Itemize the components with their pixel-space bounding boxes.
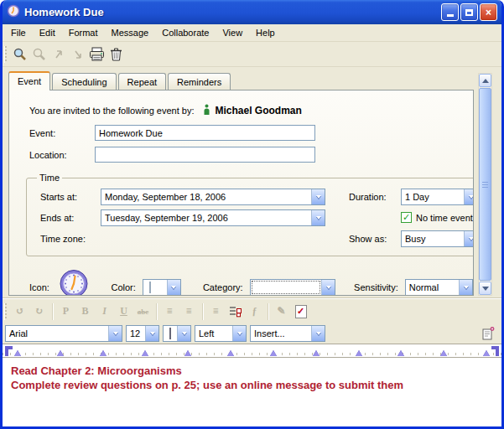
- pencil-icon: ✎: [277, 305, 285, 318]
- scrollbar-thumb[interactable]: [479, 88, 491, 281]
- font-family-select[interactable]: Arial: [5, 325, 122, 342]
- tab-stop-icon[interactable]: [483, 350, 490, 356]
- sensitivity-select[interactable]: Normal: [405, 279, 473, 296]
- font-family-dropdown-button[interactable]: [108, 326, 122, 341]
- app-icon: [7, 4, 20, 21]
- alignment-dropdown-button[interactable]: [232, 326, 246, 341]
- location-input[interactable]: [95, 147, 315, 163]
- alignment-select[interactable]: Left: [195, 325, 247, 342]
- vertical-scrollbar[interactable]: [478, 73, 492, 296]
- insert-dropdown-button[interactable]: [311, 326, 325, 341]
- spell-check-icon: ✓: [295, 305, 307, 318]
- starts-row: Starts at: Monday, September 18, 2006 Du…: [34, 186, 474, 207]
- tab-scheduling[interactable]: Scheduling: [52, 73, 116, 90]
- checklist-button[interactable]: [226, 302, 245, 321]
- outdent-button[interactable]: ≡: [160, 302, 179, 321]
- undo-button[interactable]: ↺: [10, 302, 29, 321]
- insert-object-icon: [481, 326, 496, 340]
- checklist-icon: [229, 305, 242, 318]
- find-next-button[interactable]: [68, 44, 87, 64]
- bold-button[interactable]: B: [75, 302, 95, 321]
- tab-reminders[interactable]: Reminders: [168, 73, 231, 90]
- close-icon: ×: [486, 7, 491, 18]
- tab-stop-icon[interactable]: [142, 350, 148, 356]
- ends-at-select[interactable]: Tuesday, September 19, 2006: [101, 209, 325, 226]
- spell-check-button[interactable]: ✓: [291, 302, 310, 321]
- no-time-event-checkbox[interactable]: ✓: [401, 212, 412, 223]
- color-select[interactable]: [143, 279, 181, 296]
- paragraph-icon: P: [63, 305, 69, 318]
- color-dropdown-button[interactable]: [167, 280, 180, 295]
- tab-stop-icon[interactable]: [57, 350, 64, 356]
- scroll-down-button[interactable]: [479, 282, 491, 295]
- tab-event[interactable]: Event: [8, 71, 50, 90]
- tab-stop-icon[interactable]: [270, 350, 277, 356]
- font-size-select[interactable]: 12: [126, 325, 159, 342]
- toolbar-grip[interactable]: [4, 303, 7, 320]
- pencil-button[interactable]: ✎: [272, 302, 291, 321]
- starts-at-dropdown-button[interactable]: [311, 189, 325, 204]
- chevron-down-icon: [316, 195, 321, 199]
- tab-stop-icon[interactable]: [100, 350, 107, 356]
- insert-field-button[interactable]: ƒ: [245, 302, 264, 321]
- bullet-list-button[interactable]: ≡: [206, 302, 226, 321]
- find-button[interactable]: [10, 44, 29, 64]
- redo-button[interactable]: ↻: [29, 302, 49, 321]
- tab-stop-icon[interactable]: [440, 350, 447, 356]
- menu-view[interactable]: View: [216, 26, 249, 39]
- ruler[interactable]: [3, 344, 501, 358]
- show-as-dropdown-button[interactable]: [464, 231, 474, 246]
- ends-at-dropdown-button[interactable]: [311, 210, 325, 225]
- paragraph-button[interactable]: P: [56, 302, 75, 321]
- font-color-dropdown-button[interactable]: [177, 326, 190, 341]
- italic-button[interactable]: I: [95, 302, 114, 321]
- scrollbar-grip-icon: [482, 182, 488, 188]
- minimize-button[interactable]: [441, 3, 459, 21]
- sensitivity-value: Normal: [406, 280, 459, 295]
- close-button[interactable]: ×: [480, 3, 497, 21]
- sensitivity-dropdown-button[interactable]: [459, 280, 472, 295]
- font-size-dropdown-button[interactable]: [145, 326, 158, 341]
- strikethrough-button[interactable]: abc: [133, 302, 153, 321]
- tab-stop-icon[interactable]: [227, 350, 234, 356]
- right-margin-marker[interactable]: [491, 346, 499, 356]
- menu-file[interactable]: File: [4, 26, 33, 39]
- category-dropdown-button[interactable]: [321, 280, 335, 295]
- show-as-select[interactable]: Busy: [401, 230, 474, 247]
- delete-button[interactable]: [107, 44, 126, 64]
- menu-format[interactable]: Format: [62, 26, 105, 39]
- main-toolbar: [3, 42, 501, 67]
- menu-help[interactable]: Help: [249, 26, 282, 39]
- duration-dropdown-button[interactable]: [464, 189, 474, 204]
- starts-at-select[interactable]: Monday, September 18, 2006: [101, 189, 325, 205]
- tab-stop-icon[interactable]: [14, 350, 21, 356]
- tab-stop-icon[interactable]: [313, 350, 320, 356]
- find-previous-button[interactable]: [49, 44, 68, 64]
- indent-button[interactable]: ≡: [179, 302, 199, 321]
- chevron-down-icon: [113, 332, 118, 335]
- font-color-select[interactable]: [163, 325, 191, 342]
- tab-stop-icon[interactable]: [184, 350, 191, 356]
- maximize-button[interactable]: [460, 3, 478, 21]
- duration-select[interactable]: 1 Day: [401, 189, 474, 205]
- tab-stops: [14, 350, 490, 356]
- menu-collaborate[interactable]: Collaborate: [155, 26, 216, 39]
- toolbar-grip[interactable]: [4, 46, 7, 63]
- tab-stop-icon[interactable]: [356, 350, 362, 356]
- menu-message[interactable]: Message: [105, 26, 156, 39]
- message-body-editor[interactable]: Read Chapter 2: Microorganisms Complete …: [3, 358, 501, 426]
- left-margin-marker[interactable]: [5, 346, 13, 356]
- category-value: [251, 280, 321, 295]
- menu-edit[interactable]: Edit: [33, 26, 62, 39]
- underline-button[interactable]: U: [114, 302, 133, 321]
- tab-stop-icon[interactable]: [397, 350, 404, 356]
- event-input[interactable]: [95, 125, 315, 141]
- print-button[interactable]: [87, 44, 107, 64]
- insert-object-button[interactable]: [481, 326, 496, 344]
- tab-repeat[interactable]: Repeat: [118, 73, 166, 90]
- insert-select[interactable]: Insert...: [250, 325, 325, 342]
- find-previous-icon: [53, 49, 65, 60]
- chevron-down-icon: [150, 332, 155, 335]
- find-again-button[interactable]: [29, 44, 49, 64]
- category-select[interactable]: [250, 279, 335, 296]
